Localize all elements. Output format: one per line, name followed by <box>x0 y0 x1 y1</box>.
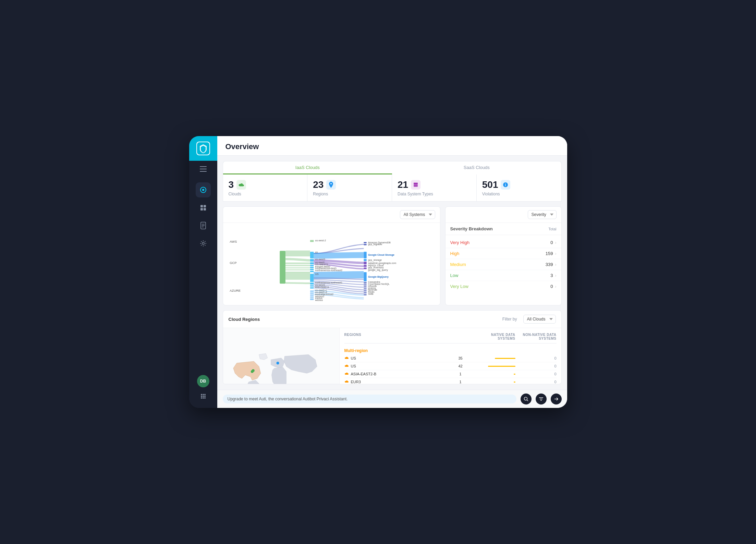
svg-rect-46 <box>310 292 313 294</box>
sidebar-item-reports[interactable] <box>196 218 211 233</box>
region-icon <box>326 180 336 190</box>
svg-rect-44 <box>310 287 313 289</box>
severity-header: Severity Breakdown Total <box>446 223 561 235</box>
native-bar <box>495 358 515 359</box>
region-name: ASIA-EAST2-B <box>344 372 447 376</box>
severity-list: Very High 0 › High 159 › Medium 339 <box>446 235 561 294</box>
table-row: EUR3 1 0 <box>344 378 557 384</box>
svg-text:GCP: GCP <box>230 261 236 265</box>
severity-row-medium[interactable]: Medium 339 › <box>446 259 561 270</box>
regions-header: Cloud Regions Filter by All Clouds <box>223 311 561 328</box>
svg-rect-33 <box>310 240 313 242</box>
svg-text:northamerica-northeast2: northamerica-northeast2 <box>315 269 342 271</box>
native-bar <box>488 366 515 367</box>
svg-rect-52 <box>364 252 366 258</box>
svg-rect-62 <box>364 290 366 292</box>
non-native-count: 0 <box>515 380 557 384</box>
svg-text:Google BigQuery: Google BigQuery <box>368 276 388 278</box>
severity-row-very-low[interactable]: Very Low 0 › <box>446 281 561 292</box>
severity-breakdown-title: Severity Breakdown <box>450 226 493 231</box>
bottom-bar: Upgrade to meet Auti, the conversational… <box>217 390 567 408</box>
violation-icon: i <box>501 180 510 190</box>
cloud-filter-select[interactable]: All Clouds <box>523 315 556 324</box>
svg-rect-64 <box>364 294 366 295</box>
chevron-right-icon: › <box>555 240 557 245</box>
data-icon <box>411 180 420 190</box>
svg-point-17 <box>204 394 206 395</box>
severity-count-high: 159 <box>481 251 553 256</box>
severity-row-low[interactable]: Low 3 › <box>446 270 561 281</box>
svg-text:us: us <box>315 251 318 254</box>
main-content: Overview IaaS Clouds SaaS Clouds 3 <box>217 136 567 408</box>
svg-text:US: US <box>315 273 318 275</box>
sankey-toolbar: All Systems <box>223 207 440 223</box>
non-native-count: 0 <box>515 372 557 376</box>
table-row: US 42 0 <box>344 362 557 370</box>
svg-rect-26 <box>414 186 418 187</box>
svg-text:AWS: AWS <box>230 240 237 243</box>
svg-rect-58 <box>364 282 366 284</box>
col-non-native: Non-Native Data Systems <box>515 333 557 340</box>
severity-count-very-high: 0 <box>481 240 553 245</box>
user-avatar[interactable]: DB <box>197 375 209 387</box>
svg-point-100 <box>252 369 254 372</box>
svg-rect-3 <box>200 171 207 172</box>
svg-rect-61 <box>364 288 366 290</box>
stat-clouds-label: Clouds <box>229 192 302 196</box>
region-name: US <box>344 356 447 360</box>
svg-rect-7 <box>204 205 206 207</box>
search-button[interactable] <box>521 394 532 404</box>
region-name: EUR3 <box>344 380 447 384</box>
svg-rect-40 <box>310 271 313 272</box>
all-systems-select[interactable]: All Systems <box>400 210 435 219</box>
svg-point-22 <box>203 397 204 399</box>
sankey-panel: All Systems AWS GCP AZURE <box>223 206 440 305</box>
stat-regions-label: Regions <box>313 192 386 196</box>
map-area: GCP Azure AWS <box>223 328 340 384</box>
regions-table-header: Regions Native Data Systems Non-Native D… <box>344 331 557 343</box>
severity-total-label: Total <box>548 227 556 231</box>
svg-point-20 <box>204 396 206 397</box>
regions-section: Cloud Regions Filter by All Clouds <box>223 310 562 384</box>
svg-rect-8 <box>200 208 203 210</box>
severity-row-very-high[interactable]: Very High 0 › <box>446 237 561 248</box>
sidebar-item-overview[interactable] <box>196 182 211 197</box>
apps-icon[interactable] <box>197 390 209 402</box>
stat-regions-number: 23 <box>313 179 386 190</box>
tab-saas[interactable]: SaaS Clouds <box>392 161 561 174</box>
svg-rect-35 <box>310 259 313 262</box>
svg-rect-57 <box>364 272 366 281</box>
svg-text:asia-east2-b: asia-east2-b <box>315 286 329 288</box>
sidebar-item-dashboard[interactable] <box>196 200 211 215</box>
svg-rect-2 <box>200 169 207 169</box>
col-regions: Regions <box>344 333 447 340</box>
menu-toggle[interactable] <box>200 166 207 173</box>
forward-button[interactable] <box>551 394 562 404</box>
svg-text:us-west3: us-west3 <box>315 258 325 261</box>
svg-rect-50 <box>364 242 366 243</box>
sidebar-item-settings[interactable] <box>196 236 211 251</box>
panels-row: All Systems AWS GCP AZURE <box>223 206 562 305</box>
svg-rect-51 <box>364 244 366 245</box>
svg-point-5 <box>202 189 204 191</box>
filter-label: Filter by <box>502 317 517 322</box>
svg-text:gcp_storage: gcp_storage <box>368 259 381 262</box>
severity-count-low: 3 <box>481 273 553 278</box>
svg-point-18 <box>201 396 202 397</box>
svg-line-105 <box>527 400 528 401</box>
svg-rect-34 <box>310 252 313 258</box>
svg-rect-43 <box>310 285 313 287</box>
filter-button[interactable] <box>536 394 547 404</box>
non-native-count: 0 <box>515 364 557 368</box>
chevron-right-icon: › <box>555 251 557 256</box>
severity-select[interactable]: Severity <box>528 210 557 219</box>
svg-rect-56 <box>364 268 366 269</box>
svg-rect-53 <box>364 259 366 261</box>
page-header: Overview <box>217 136 567 156</box>
svg-rect-25 <box>414 184 418 186</box>
svg-point-21 <box>201 397 202 399</box>
svg-rect-49 <box>310 298 313 300</box>
severity-row-high[interactable]: High 159 › <box>446 248 561 259</box>
svg-text:i: i <box>505 183 506 187</box>
tab-iaas[interactable]: IaaS Clouds <box>223 161 392 174</box>
